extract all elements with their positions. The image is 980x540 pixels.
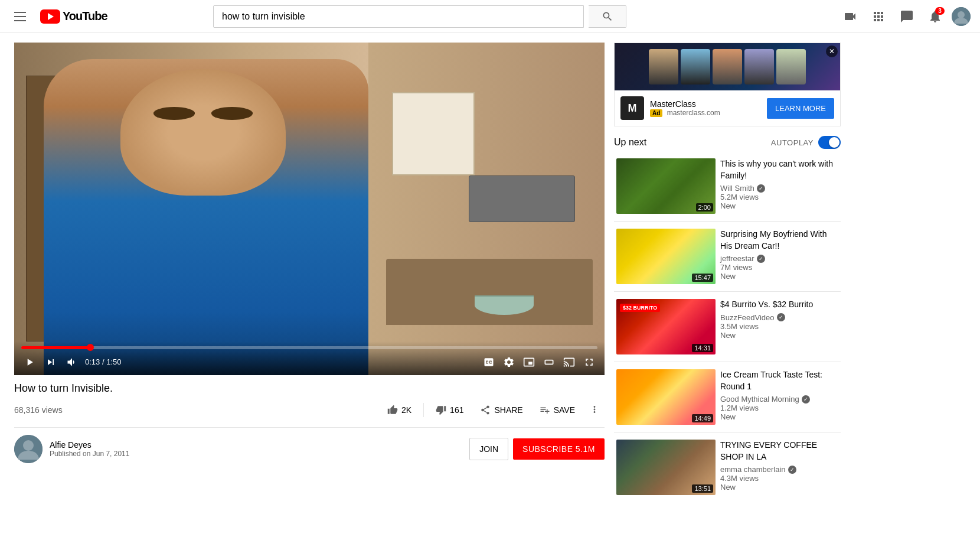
next-button[interactable] [43, 354, 59, 370]
header-left: YouTube [9, 7, 107, 26]
eye-left [153, 107, 195, 119]
card-info-3: $4 Burrito Vs. $32 Burrito BuzzFeedVideo… [720, 299, 838, 354]
user-avatar[interactable] [952, 7, 971, 26]
fullscreen-button[interactable] [581, 354, 597, 370]
settings-button[interactable] [501, 354, 517, 370]
play-button[interactable] [21, 354, 38, 370]
notifications-button[interactable]: 3 [923, 5, 947, 28]
card-views-5: 4.3M views [720, 474, 838, 483]
main-content: 0:13 / 1:50 [0, 0, 980, 540]
video-card-4[interactable]: 14:49 Ice Cream Truck Taste Test: Round … [614, 367, 841, 427]
search-bar [213, 5, 584, 28]
progress-dot [87, 344, 94, 351]
more-icon [589, 404, 600, 415]
learn-more-button[interactable]: LEARN MORE [767, 98, 834, 119]
miniplayer-button[interactable] [521, 354, 537, 370]
duration-2: 15:47 [692, 274, 713, 282]
video-card-5[interactable]: 13:51 TRYING EVERY COFFEE SHOP IN LA emm… [614, 437, 841, 497]
join-button[interactable]: JOIN [469, 438, 508, 460]
duration-1: 2:00 [696, 203, 713, 212]
save-button[interactable]: SAVE [533, 400, 582, 420]
ad-text: MasterClass Ad masterclass.com [650, 99, 761, 117]
video-player[interactable]: 0:13 / 1:50 [14, 43, 605, 375]
more-options-button[interactable] [584, 399, 605, 421]
video-section: 0:13 / 1:50 [0, 33, 614, 540]
ad-card: ✕ M MasterClass Ad masterclass.com LEARN… [614, 43, 841, 126]
up-next-header: Up next AUTOPLAY [614, 136, 841, 149]
video-card-2[interactable]: 15:47 Surprising My Boyfriend With His D… [614, 226, 841, 287]
card-views-1: 5.2M views [720, 193, 838, 201]
subscribe-button[interactable]: SUBSCRIBE 5.1M [513, 438, 605, 460]
share-label: SHARE [494, 405, 522, 415]
like-divider [423, 403, 424, 417]
video-controls: 0:13 / 1:50 [14, 341, 605, 375]
card-thumbnail-4: 14:49 [616, 369, 716, 425]
card-channel-5: emma chamberlain ✓ [720, 465, 838, 474]
header-right: 3 [838, 5, 971, 28]
ad-person-5 [776, 49, 806, 84]
video-title: How to turn Invisible. [14, 382, 605, 395]
cc-icon [483, 356, 495, 368]
notification-badge: 3 [935, 7, 945, 15]
like-count: 2K [401, 405, 411, 415]
settings-icon [503, 356, 515, 368]
svg-point-1 [958, 11, 965, 18]
divider-3 [614, 362, 841, 362]
like-button[interactable]: 2K [380, 400, 419, 420]
dislike-icon [436, 405, 446, 415]
video-card-1[interactable]: 2:00 This is why you can't work with Fam… [614, 156, 841, 216]
cc-button[interactable] [481, 354, 497, 370]
card-new-2: New [720, 272, 838, 281]
ad-person-2 [681, 49, 710, 84]
share-button[interactable]: SHARE [473, 400, 530, 420]
close-ad-button[interactable]: ✕ [826, 45, 838, 57]
hamburger-menu[interactable] [9, 7, 31, 26]
card-channel-2: jeffreestar ✓ [720, 254, 838, 263]
ad-badge: Ad [650, 109, 662, 117]
up-next-label: Up next [614, 137, 646, 148]
ad-url: Ad masterclass.com [650, 109, 761, 117]
ad-info: M MasterClass Ad masterclass.com LEARN M… [615, 90, 840, 126]
volume-button[interactable] [64, 354, 80, 370]
dislike-count: 161 [450, 405, 463, 415]
ad-thumbnail: ✕ [615, 43, 840, 90]
card-thumbnail-5: 13:51 [616, 440, 716, 495]
apps-button[interactable] [867, 5, 890, 28]
search-button[interactable] [589, 5, 626, 28]
card-views-2: 7M views [720, 263, 838, 272]
message-button[interactable] [895, 5, 919, 28]
card-new-1: New [720, 201, 838, 210]
time-display: 0:13 / 1:50 [85, 357, 121, 366]
dislike-button[interactable]: 161 [429, 400, 471, 420]
card-channel-1: Will Smith ✓ [720, 184, 838, 193]
card-title-2: Surprising My Boyfriend With His Dream C… [720, 229, 838, 252]
search-input[interactable] [214, 6, 583, 27]
upload-button[interactable] [838, 5, 862, 28]
autoplay-toggle[interactable] [818, 136, 841, 149]
search-icon [602, 11, 613, 22]
volume-icon [66, 356, 78, 368]
card-new-4: New [720, 412, 838, 421]
action-buttons: 2K 161 SHARE [380, 399, 605, 421]
youtube-logo[interactable]: YouTube [40, 9, 107, 24]
channel-avatar[interactable] [14, 435, 43, 463]
toggle-knob [829, 137, 839, 148]
progress-bar[interactable] [21, 346, 597, 349]
duration-3: 14:31 [692, 344, 713, 352]
cast-button[interactable] [561, 354, 577, 370]
ad-people [644, 44, 811, 89]
channel-row: Alfie Deyes Published on Jun 7, 2011 JOI… [14, 428, 605, 470]
share-icon [480, 405, 491, 415]
microwave [469, 175, 575, 222]
ad-channel-name: MasterClass [650, 99, 761, 109]
upload-icon [843, 9, 857, 24]
controls-right [481, 354, 597, 370]
verified-icon-4: ✓ [802, 395, 810, 404]
theater-button[interactable] [541, 354, 557, 370]
card-info-2: Surprising My Boyfriend With His Dream C… [720, 229, 838, 284]
video-card-3[interactable]: $32 BURRITO 14:31 $4 Burrito Vs. $32 Bur… [614, 297, 841, 357]
card-info-5: TRYING EVERY COFFEE SHOP IN LA emma cham… [720, 440, 838, 495]
channel-name: Alfie Deyes [50, 440, 469, 450]
youtube-logo-text: YouTube [63, 9, 107, 23]
apps-icon [871, 9, 886, 24]
